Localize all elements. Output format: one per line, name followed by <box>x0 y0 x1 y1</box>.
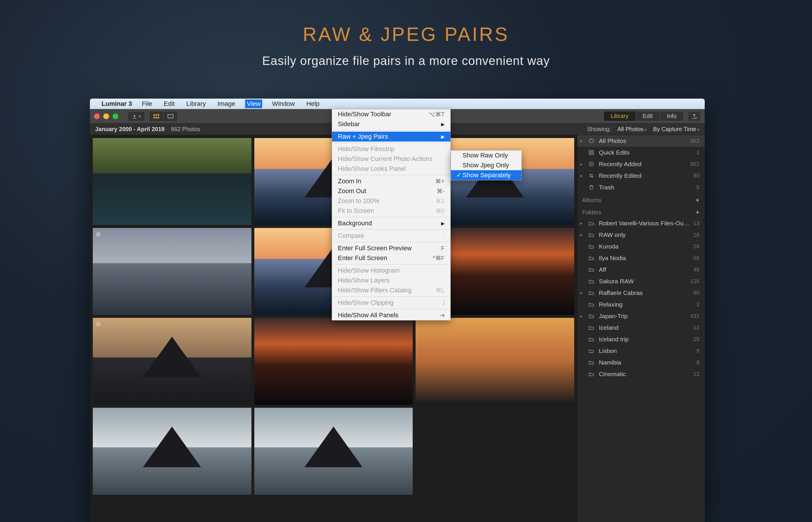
folder-row[interactable]: Iceland trip25 <box>577 334 705 345</box>
disclosure-triangle-icon[interactable]: ▸ <box>580 232 585 238</box>
menu-item-sidebar[interactable]: Sidebar▶ <box>332 119 450 129</box>
menu-item-enter-full-screen[interactable]: Enter Full Screen^⌘F <box>332 253 450 263</box>
albums-section-header: Albums+ <box>577 193 705 205</box>
svg-rect-10 <box>589 153 591 155</box>
shortcut-row[interactable]: ▸Recently Added862 <box>577 158 705 170</box>
info-tab[interactable]: Info <box>660 112 684 121</box>
folder-row[interactable]: ▸Robert Vanelli-Various Files-Out…13 <box>577 218 705 229</box>
add-album-button[interactable]: + <box>695 196 699 204</box>
library-sidebar: ▸All Photos862Quick Edits1▸Recently Adde… <box>577 135 705 522</box>
menu-view[interactable]: View <box>245 99 262 108</box>
share-button[interactable] <box>688 112 701 121</box>
folder-icon <box>588 313 595 319</box>
folder-icon <box>588 371 595 377</box>
folder-row[interactable]: ▸RAW only16 <box>577 229 705 241</box>
shortcut-row[interactable]: Quick Edits1 <box>577 147 705 158</box>
photo-thumbnail[interactable] <box>254 318 413 405</box>
submenu-item-show-separately[interactable]: ✓Show Separately <box>451 170 522 180</box>
shortcut-row[interactable]: ▸All Photos862 <box>577 135 705 147</box>
folder-row[interactable]: Iceland12 <box>577 322 705 334</box>
menu-item-hide-show-all-panels[interactable]: Hide/Show All Panels⇥ <box>332 310 450 320</box>
submenu-item-show-jpeg-only[interactable]: Show Jpeg Only <box>451 160 522 170</box>
adjustments-icon: ⚙ <box>96 231 101 238</box>
photo-thumbnail[interactable]: ⚙ <box>93 318 251 405</box>
menu-item-hide-show-toolbar[interactable]: Hide/Show Toolbar⌥⌘T <box>332 109 450 119</box>
single-view-button[interactable] <box>163 112 178 121</box>
menu-item-zoom-in[interactable]: Zoom In⌘+ <box>332 176 450 186</box>
folder-icon <box>588 244 595 249</box>
disclosure-triangle-icon[interactable]: ▸ <box>580 138 585 144</box>
menu-item-zoom-out[interactable]: Zoom Out⌘- <box>332 186 450 196</box>
trash-icon <box>588 184 595 190</box>
folder-row[interactable]: Relaxing2 <box>577 299 705 310</box>
sort-dropdown[interactable]: By Capture Time▾ <box>653 126 699 133</box>
folder-icon <box>588 325 595 330</box>
import-button[interactable]: ▾ <box>128 112 145 121</box>
disclosure-triangle-icon[interactable]: ▸ <box>580 173 585 178</box>
shortcut-label: ⇥ <box>440 312 445 319</box>
row-label: RAW only <box>599 232 690 238</box>
disclosure-triangle-icon[interactable]: ▸ <box>580 314 585 319</box>
showing-filter-dropdown[interactable]: All Photos▾ <box>617 126 647 133</box>
shortcut-label: ⌥⌘T <box>429 111 445 118</box>
folder-row[interactable]: Cinematic12 <box>577 368 705 380</box>
photo-count-label: 862 Photos <box>171 126 200 133</box>
disclosure-triangle-icon[interactable]: ▸ <box>580 162 585 167</box>
photo-thumbnail[interactable] <box>93 138 251 225</box>
disclosure-triangle-icon[interactable]: ▸ <box>580 221 585 226</box>
svg-point-13 <box>590 174 591 175</box>
folder-icon <box>588 348 595 354</box>
photo-thumbnail[interactable] <box>415 318 574 405</box>
folder-row[interactable]: Kuroda26 <box>577 241 705 252</box>
showing-label: Showing: <box>587 126 611 133</box>
svg-rect-9 <box>592 150 594 152</box>
folder-icon <box>588 290 595 296</box>
menu-window[interactable]: Window <box>270 99 297 108</box>
photo-thumbnail[interactable] <box>93 408 251 495</box>
folder-row[interactable]: Namibia8 <box>577 357 705 368</box>
menu-item-raw-jpeg-pairs[interactable]: Raw + Jpeg Pairs▶ <box>332 132 450 142</box>
row-count: 862 <box>690 138 699 144</box>
folder-row[interactable]: Lisbon9 <box>577 345 705 357</box>
folder-row[interactable]: ▸Japan-Trip431 <box>577 310 705 322</box>
menu-image[interactable]: Image <box>216 99 237 108</box>
shortcut-label: J <box>442 300 445 306</box>
minimize-window-button[interactable] <box>103 114 109 119</box>
download-icon <box>132 114 137 119</box>
library-tab[interactable]: Library <box>604 112 636 121</box>
photo-thumbnail[interactable]: ⚙ <box>93 228 251 315</box>
folder-row[interactable]: Ilya Nodia55 <box>577 252 705 264</box>
add-folder-button[interactable]: + <box>695 208 699 216</box>
svg-rect-8 <box>589 150 591 152</box>
submenu-arrow-icon: ▶ <box>441 121 445 127</box>
app-name-menu[interactable]: Luminar 3 <box>102 100 132 107</box>
folder-row[interactable]: ▸Raffaele Cabras80 <box>577 287 705 299</box>
edit-tab[interactable]: Edit <box>636 112 660 121</box>
row-count: 26 <box>693 243 699 250</box>
photo-thumbnail[interactable] <box>254 408 413 495</box>
adjustments-icon: ⚙ <box>96 321 101 328</box>
shortcut-row[interactable]: Trash5 <box>577 182 705 193</box>
zoom-window-button[interactable] <box>113 114 118 119</box>
folder-row[interactable]: Aff46 <box>577 264 705 276</box>
raw-jpeg-submenu: Show Raw OnlyShow Jpeg Only✓Show Separat… <box>451 150 522 180</box>
menu-item-enter-full-screen-preview[interactable]: Enter Full Screen PreviewF <box>332 243 450 253</box>
folder-icon <box>588 255 595 261</box>
row-label: Iceland <box>599 324 690 331</box>
mode-segmented-control: Library Edit Info <box>604 111 684 121</box>
close-window-button[interactable] <box>94 114 100 119</box>
menu-item-background[interactable]: Background▶ <box>332 218 450 228</box>
menu-edit[interactable]: Edit <box>162 99 177 108</box>
menu-help[interactable]: Help <box>304 99 321 108</box>
grid-view-button[interactable] <box>149 112 163 121</box>
submenu-item-show-raw-only[interactable]: Show Raw Only <box>451 150 522 160</box>
shortcut-row[interactable]: ▸Recently Edited80 <box>577 170 705 182</box>
menu-file[interactable]: File <box>140 99 154 108</box>
date-range-label: January 2000 - April 2019 <box>95 126 164 133</box>
folder-row[interactable]: Sakura RAW126 <box>577 276 705 287</box>
menu-library[interactable]: Library <box>185 99 208 108</box>
hero-subtitle: Easily organize file pairs in a more con… <box>0 54 812 68</box>
folder-icon <box>588 302 595 307</box>
disclosure-triangle-icon[interactable]: ▸ <box>580 290 585 296</box>
menu-item-hide-show-histogram: Hide/Show Histogram <box>332 266 450 276</box>
